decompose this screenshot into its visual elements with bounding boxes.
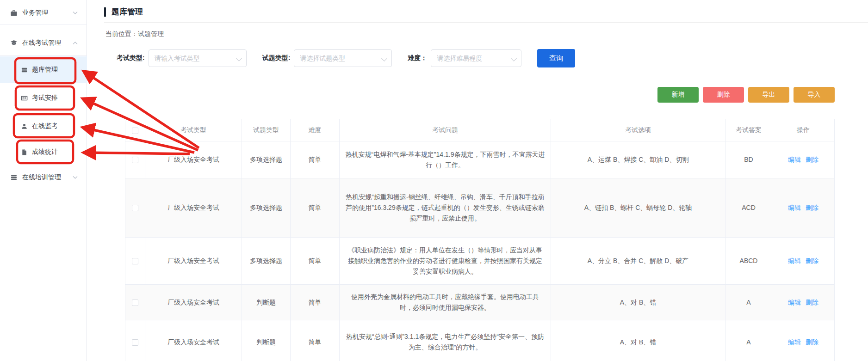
- cell-question-type: 判断题: [242, 285, 291, 320]
- id-card-icon: [21, 95, 28, 102]
- sidebar-item-label: 成绩统计: [32, 148, 58, 156]
- title-accent-bar: [104, 7, 106, 17]
- chevron-down-icon: [73, 176, 78, 179]
- sidebar-item-online-exam-management[interactable]: 在线考试管理: [0, 36, 87, 50]
- col-question: 考试问题: [340, 119, 551, 141]
- cell-difficulty: 简单: [291, 178, 340, 238]
- delete-link[interactable]: 删除: [806, 338, 818, 346]
- cell-answer: ABCD: [725, 238, 772, 285]
- chevron-up-icon: [73, 41, 78, 45]
- page-header: 题库管理: [104, 6, 143, 17]
- table-row: 厂级入场安全考试 多项选择题 简单 热机安规“起重和搬运-钢丝绳、纤维绳、吊钩、…: [125, 178, 835, 238]
- filter-bar: 考试类型: 试题类型: 难度： 查询: [117, 49, 575, 67]
- cell-question-type: 多项选择题: [242, 238, 291, 285]
- cell-difficulty: 简单: [291, 141, 340, 178]
- table-row: 厂级入场安全考试 多项选择题 简单 热机安规“电焊和气焊-基本规定”14.1.9…: [125, 141, 835, 178]
- query-button[interactable]: 查询: [537, 49, 575, 67]
- col-options: 考试选项: [551, 119, 725, 141]
- user-icon: [21, 123, 28, 130]
- col-difficulty: 难度: [291, 119, 340, 141]
- cell-question: 热机安规“总则-通则”3.1.1条规定，电力生产必须坚持“安全第一、预防为主、综…: [340, 320, 551, 361]
- cell-question: 《职业病防治法》规定：用人单位在发生（）等情形时，应当对从事接触职业病危害的作业…: [340, 238, 551, 285]
- cell-answer: A: [725, 285, 772, 320]
- cell-question: 热机安规“起重和搬运-钢丝绳、纤维绳、吊钩、滑车、千斤顶和手拉葫芦的使用”16.…: [340, 178, 551, 238]
- cell-question: 热机安规“电焊和气焊-基本规定”14.1.9条规定，下雨雪时，不宜露天进行（）工…: [340, 141, 551, 178]
- chevron-down-icon: [73, 11, 78, 15]
- row-checkbox[interactable]: [132, 258, 138, 264]
- sidebar-item-online-training-management[interactable]: 在线培训管理: [0, 170, 87, 185]
- edit-link[interactable]: 编辑: [788, 257, 801, 264]
- cell-options: A、对 B、错: [551, 320, 725, 361]
- list-bars-icon: [10, 174, 18, 181]
- sidebar-item-label: 题库管理: [32, 66, 58, 74]
- cell-exam-type: 厂级入场安全考试: [145, 320, 242, 361]
- sidebar-item-label: 在线培训管理: [22, 173, 61, 182]
- graduation-cap-icon: [10, 39, 18, 47]
- table-row: 厂级入场安全考试 判断题 简单 热机安规“总则-通则”3.1.1条规定，电力生产…: [125, 320, 835, 361]
- cell-difficulty: 简单: [291, 320, 340, 361]
- cell-exam-type: 厂级入场安全考试: [145, 178, 242, 238]
- question-type-select[interactable]: [294, 49, 392, 67]
- cell-options: A、链扣 B、螺杆 C、蜗母轮 D、轮轴: [551, 178, 725, 238]
- cell-question-type: 多项选择题: [242, 141, 291, 178]
- exam-type-input-field[interactable]: [149, 49, 247, 67]
- cell-exam-type: 厂级入场安全考试: [145, 238, 242, 285]
- delete-link[interactable]: 删除: [806, 299, 818, 306]
- cell-question: 使用外壳为金属材料的电动工具时，应戴绝缘手套。使用电动工具时，必须同时使用漏电保…: [340, 285, 551, 320]
- question-table: 考试类型 试题类型 难度 考试问题 考试选项 考试答案 操作 厂级入场安全考试 …: [125, 119, 835, 361]
- table-row: 厂级入场安全考试 判断题 简单 使用外壳为金属材料的电动工具时，应戴绝缘手套。使…: [125, 285, 835, 320]
- cell-options: A、分立 B、合并 C、解散 D、破产: [551, 238, 725, 285]
- sidebar-item-question-bank[interactable]: 题库管理: [0, 62, 87, 77]
- select-all-cell: [125, 119, 145, 141]
- col-operation: 操作: [772, 119, 835, 141]
- toolbar: 新增 删除 导出 导入: [657, 87, 835, 103]
- exam-type-input[interactable]: [149, 49, 247, 67]
- edit-link[interactable]: 编辑: [788, 299, 801, 306]
- sidebar-item-score-stats[interactable]: 成绩统计: [0, 145, 87, 159]
- col-answer: 考试答案: [725, 119, 772, 141]
- page-title: 题库管理: [112, 6, 143, 17]
- sidebar-item-label: 业务管理: [22, 9, 48, 17]
- difficulty-select-field[interactable]: [431, 49, 521, 67]
- edit-link[interactable]: 编辑: [788, 156, 801, 163]
- sidebar-item-exam-schedule[interactable]: 考试安排: [0, 91, 87, 105]
- cell-question-type: 多项选择题: [242, 178, 291, 238]
- list-bars-icon: [21, 67, 28, 73]
- col-question-type: 试题类型: [242, 119, 291, 141]
- cell-answer: A: [725, 320, 772, 361]
- delete-link[interactable]: 删除: [806, 204, 818, 211]
- col-exam-type: 考试类型: [145, 119, 242, 141]
- sidebar-item-label: 考试安排: [32, 94, 58, 102]
- delete-link[interactable]: 删除: [806, 156, 818, 163]
- row-checkbox[interactable]: [132, 205, 138, 211]
- document-icon: [21, 149, 28, 156]
- row-checkbox[interactable]: [132, 300, 138, 306]
- sidebar-item-online-proctor[interactable]: 在线监考: [0, 119, 87, 134]
- edit-link[interactable]: 编辑: [788, 204, 801, 211]
- import-button[interactable]: 导入: [794, 87, 835, 103]
- cell-options: A、运煤 B、焊接 C、卸油 D、切割: [551, 141, 725, 178]
- difficulty-select[interactable]: [431, 49, 521, 67]
- select-all-checkbox[interactable]: [132, 128, 138, 134]
- cell-exam-type: 厂级入场安全考试: [145, 141, 242, 178]
- row-checkbox[interactable]: [132, 339, 138, 346]
- edit-link[interactable]: 编辑: [788, 338, 801, 346]
- difficulty-label: 难度：: [408, 54, 427, 62]
- sidebar-item-business-management[interactable]: 业务管理: [0, 6, 87, 20]
- add-button[interactable]: 新增: [657, 87, 699, 103]
- export-button[interactable]: 导出: [748, 87, 789, 103]
- question-type-select-field[interactable]: [294, 49, 392, 67]
- sidebar-item-label: 在线考试管理: [22, 39, 61, 47]
- cell-difficulty: 简单: [291, 285, 340, 320]
- delete-button[interactable]: 删除: [703, 87, 744, 103]
- table-header-row: 考试类型 试题类型 难度 考试问题 考试选项 考试答案 操作: [125, 119, 835, 141]
- cell-exam-type: 厂级入场安全考试: [145, 285, 242, 320]
- row-checkbox[interactable]: [132, 157, 138, 163]
- briefcase-icon: [10, 9, 18, 17]
- delete-link[interactable]: 删除: [806, 257, 818, 264]
- header-divider: [104, 22, 868, 23]
- sidebar: 业务管理 在线考试管理 题库管理 考试安排 在线监考: [0, 0, 87, 361]
- cell-answer: BD: [725, 141, 772, 178]
- exam-type-label: 考试类型:: [117, 54, 145, 62]
- sidebar-item-label: 在线监考: [32, 122, 58, 130]
